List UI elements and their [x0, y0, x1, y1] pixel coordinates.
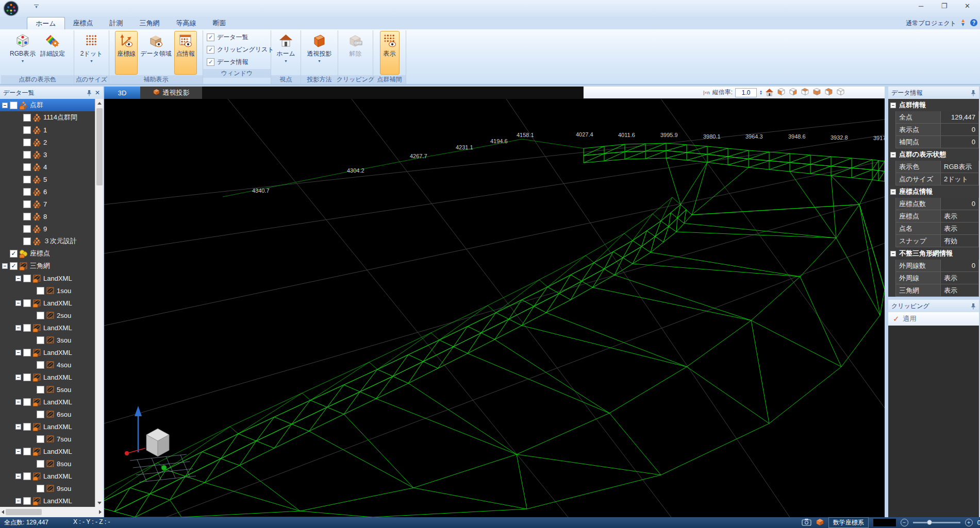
rgb-display-button[interactable]: RGB表示▼	[8, 31, 38, 75]
home-view-icon[interactable]	[765, 88, 774, 98]
info-section-row[interactable]: 点群情報	[888, 99, 979, 111]
maximize-button[interactable]: ❐	[933, 0, 956, 12]
collapse-icon[interactable]	[15, 300, 21, 306]
help-icon[interactable]: ?	[970, 19, 978, 28]
tree-checkbox[interactable]	[37, 460, 44, 468]
tree-item[interactable]: 5	[0, 173, 95, 185]
data-info-checkbox[interactable]: ✓データ情報	[207, 58, 267, 66]
tab-perspective[interactable]: 透視投影	[140, 87, 202, 99]
tree-checkbox[interactable]	[23, 114, 31, 122]
tree-checkbox[interactable]	[37, 386, 44, 394]
tree-item[interactable]: LandXML	[0, 297, 95, 309]
tree-item[interactable]: 2sou	[0, 309, 95, 321]
perspective-projection-button[interactable]: 透視投影▼	[305, 31, 334, 75]
tree-item[interactable]: LandXML	[0, 371, 95, 383]
tree-checkbox[interactable]	[23, 225, 31, 233]
tree-item[interactable]: 7	[0, 198, 95, 210]
tree-checkbox[interactable]	[23, 151, 31, 159]
tree-checkbox[interactable]	[23, 176, 31, 183]
coordinate-system-button[interactable]: 数学座標系	[828, 517, 869, 528]
interpolation-display-button[interactable]: 表示	[380, 31, 400, 75]
tree-checkbox[interactable]	[37, 411, 44, 418]
tree-item[interactable]: LandXML	[0, 420, 95, 433]
tree-item[interactable]: 2	[0, 136, 95, 148]
chevron-down-icon[interactable]: ▼	[284, 59, 288, 63]
snapshot-icon[interactable]	[802, 518, 811, 527]
collapse-icon[interactable]	[15, 350, 21, 355]
switch-project-icon[interactable]	[959, 19, 967, 28]
tree-item[interactable]: 1	[0, 124, 95, 136]
tree-item[interactable]: LandXML	[0, 470, 95, 482]
scrollbar-thumb[interactable]	[6, 509, 42, 515]
collapse-icon[interactable]	[890, 152, 896, 158]
tab-5[interactable]: 等高線	[168, 17, 205, 29]
tree-item[interactable]: 4	[0, 161, 95, 173]
quick-access-customize-icon[interactable]: ▾	[34, 5, 39, 9]
collapse-icon[interactable]	[890, 189, 896, 195]
tree-checkbox[interactable]	[23, 373, 31, 381]
view-top-icon[interactable]	[800, 87, 810, 98]
tree-checkbox[interactable]	[37, 287, 44, 295]
tree-item[interactable]: 9	[0, 223, 95, 235]
collapse-icon[interactable]	[15, 399, 21, 405]
tab-1[interactable]: ホーム	[27, 17, 65, 29]
tree-vertical-scrollbar[interactable]	[95, 99, 103, 507]
zoom-slider-thumb[interactable]	[927, 520, 932, 525]
collapse-icon[interactable]	[15, 473, 21, 479]
info-section-row[interactable]: 不整三角形網情報	[888, 247, 979, 260]
scroll-down-icon[interactable]	[95, 499, 104, 507]
tree-item[interactable]: LandXML	[0, 346, 95, 359]
zoom-in-button[interactable]: +	[965, 519, 973, 526]
scroll-right-icon[interactable]	[99, 510, 102, 514]
tree-item[interactable]: ３次元設計	[0, 235, 95, 247]
tree-checkbox[interactable]	[23, 213, 31, 220]
tree-checkbox[interactable]	[23, 139, 31, 146]
tree-item[interactable]: LandXML	[0, 445, 95, 457]
tree-item[interactable]: 8	[0, 210, 95, 223]
tree-item[interactable]: LandXML	[0, 321, 95, 334]
scrollbar-thumb[interactable]	[96, 108, 103, 185]
collapse-icon[interactable]	[15, 498, 21, 504]
chevron-down-icon[interactable]: ▼	[21, 59, 25, 63]
tree-item[interactable]: 8sou	[0, 457, 95, 470]
zoom-out-button[interactable]: −	[901, 519, 908, 526]
coordinate-lines-button[interactable]: 座標線	[115, 31, 138, 75]
tree-checkbox[interactable]	[37, 435, 44, 443]
tree-item[interactable]: 3sou	[0, 334, 95, 346]
tree-checkbox[interactable]	[23, 126, 31, 134]
cube-mode-icon[interactable]	[816, 518, 824, 527]
tab-4[interactable]: 三角網	[131, 17, 168, 29]
view-back-icon[interactable]	[812, 87, 822, 98]
tab-6[interactable]: 断面	[205, 17, 235, 29]
tree-item[interactable]: 点群	[0, 99, 95, 111]
tree-item[interactable]: LandXML	[0, 272, 95, 284]
viewport-3d-canvas[interactable]: 4340.74304.24267.74231.14194.64158.14027…	[104, 99, 885, 517]
tree-checkbox[interactable]	[37, 485, 44, 492]
tab-3d[interactable]: 3D	[104, 87, 140, 99]
tab-3[interactable]: 計測	[102, 17, 131, 29]
minimize-button[interactable]: ─	[909, 0, 933, 12]
tree-checkbox[interactable]	[23, 472, 31, 480]
tree-item[interactable]: 7sou	[0, 433, 95, 445]
pin-icon[interactable]	[87, 90, 92, 96]
tree-item[interactable]: 3	[0, 148, 95, 161]
detail-settings-button[interactable]: 詳細設定	[38, 31, 67, 75]
tree-item[interactable]: LandXML	[0, 495, 95, 507]
tree-item[interactable]: LandXML	[0, 396, 95, 408]
view-right-icon[interactable]	[788, 87, 798, 98]
chevron-down-icon[interactable]: ▼	[318, 59, 321, 63]
tree-checkbox[interactable]	[37, 312, 44, 319]
tree-item[interactable]: 4sou	[0, 359, 95, 371]
chevron-down-icon[interactable]: ▼	[90, 59, 93, 63]
clipping-list-checkbox[interactable]: ✓クリッピングリスト	[207, 45, 267, 54]
tree-checkbox[interactable]	[23, 237, 31, 245]
app-logo-icon[interactable]	[3, 1, 19, 16]
tree-checkbox[interactable]	[37, 361, 44, 369]
tree-item[interactable]: 5sou	[0, 383, 95, 396]
tree-item[interactable]: 1sou	[0, 284, 95, 297]
pin-icon[interactable]	[971, 90, 976, 96]
collapse-icon[interactable]	[15, 325, 21, 331]
point-info-button[interactable]: 点情報	[174, 31, 197, 75]
collapse-icon[interactable]	[2, 263, 8, 269]
tree-checkbox[interactable]: ✓	[10, 250, 18, 258]
